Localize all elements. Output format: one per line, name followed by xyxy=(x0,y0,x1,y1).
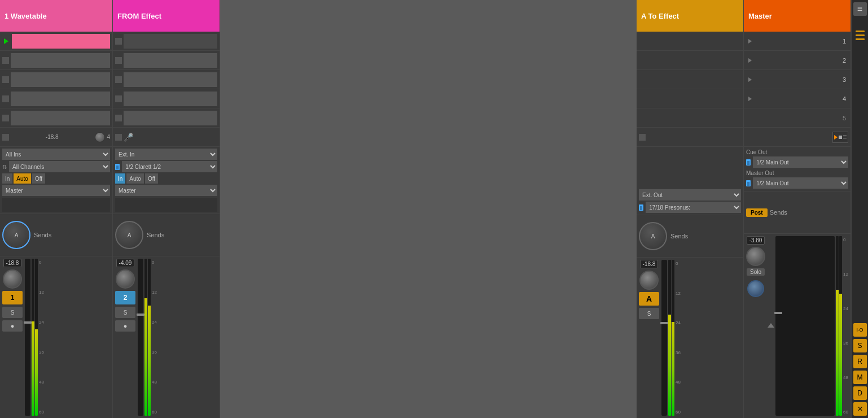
clip-slot-from-3[interactable] xyxy=(113,70,220,89)
solo-btn-master[interactable]: Solo xyxy=(747,268,765,276)
master-row-4[interactable]: 4 xyxy=(744,89,851,108)
play-arrow-master-2 xyxy=(746,56,754,64)
clip-slot-to-2[interactable] xyxy=(637,51,743,70)
clip-slot-to-3[interactable] xyxy=(637,70,743,89)
clip-empty-content-1 xyxy=(11,53,110,68)
track-num-btn-wavetable[interactable]: 1 xyxy=(2,291,23,304)
clip-slot-4[interactable] xyxy=(0,108,112,128)
ext-out-row: Ext. Out xyxy=(639,189,741,201)
clip-play-active[interactable] xyxy=(2,37,10,45)
clip-slot-2[interactable] xyxy=(0,70,112,89)
record-stop-btn[interactable] xyxy=(832,132,848,143)
output-select-wavetable[interactable]: Master xyxy=(2,185,110,196)
clip-slot-3[interactable] xyxy=(0,89,112,108)
fader-track-to[interactable] xyxy=(661,260,667,416)
fader-track-wavetable[interactable] xyxy=(25,259,30,416)
meter-fill-right-to xyxy=(672,322,674,416)
volume-knob-master[interactable] xyxy=(746,247,765,266)
meter-fill-left-to xyxy=(668,315,671,416)
master-row-3[interactable]: 3 xyxy=(744,70,851,89)
send-knob-to[interactable]: A xyxy=(639,222,667,250)
clip-slots-wavetable xyxy=(0,32,112,128)
sends-to-effect: A Sends xyxy=(637,215,743,258)
clip-slot-1[interactable] xyxy=(0,51,112,70)
routing-wavetable: All Ins ⇅ All Channels In Auto Off Maste… xyxy=(0,147,112,214)
fader-triangle-master xyxy=(768,323,774,328)
clip-from-3 xyxy=(115,76,122,83)
solo-btn-to[interactable]: S xyxy=(639,308,659,319)
clip-slot-from-4[interactable] xyxy=(113,89,220,108)
play-arrow-sm-1 xyxy=(748,39,752,43)
input-channel-select[interactable]: All Channels xyxy=(9,161,110,172)
monitor-in-btn[interactable]: In xyxy=(2,173,12,184)
monitor-in-btn-from[interactable]: In xyxy=(115,173,125,184)
play-arrow-sm-3 xyxy=(748,77,752,82)
out-channel-select[interactable]: 17/18 Presonus: xyxy=(646,202,741,213)
track-num-btn-from[interactable]: 2 xyxy=(115,291,135,304)
clip-slots-from-effect xyxy=(113,32,220,128)
solo-btn-wavetable[interactable]: S xyxy=(2,307,23,318)
clarett-select[interactable]: 1/2 Clarett 1/2 xyxy=(122,161,217,172)
menu-btn[interactable]: ≡ xyxy=(853,2,867,16)
x-btn[interactable]: ✕ xyxy=(853,402,867,416)
main-container: 1 Wavetable xyxy=(0,0,868,418)
d-btn[interactable]: D xyxy=(853,386,867,400)
clip-slot-from-5[interactable] xyxy=(113,108,220,128)
fader-wavetable: -18.8 1 S ● 0 xyxy=(0,256,112,418)
arm-btn-wavetable[interactable]: ● xyxy=(2,320,23,332)
fader-left-to: -18.8 A S xyxy=(639,260,659,416)
post-btn[interactable]: Post xyxy=(746,208,768,217)
volume-knob-from[interactable] xyxy=(116,269,135,289)
clip-slot-active[interactable] xyxy=(0,32,112,51)
track-num-label: 4 xyxy=(107,134,110,140)
cue-out-indicator: || xyxy=(746,159,751,166)
arm-btn-from[interactable]: ● xyxy=(115,320,135,332)
ext-out-select[interactable]: Ext. Out xyxy=(639,189,741,201)
meter-fill-right xyxy=(35,329,38,416)
clip-from-content-1 xyxy=(124,34,217,49)
send-knob-from[interactable]: A xyxy=(115,221,143,249)
input-type-select[interactable]: All Ins xyxy=(2,149,110,160)
clip-slot-to-1[interactable] xyxy=(637,32,743,51)
send-knob-wavetable[interactable]: A xyxy=(2,221,30,249)
clip-slot-to-5[interactable] xyxy=(637,108,743,128)
output-row-from: Master xyxy=(115,185,217,196)
fader-value-master: -3.80 xyxy=(747,236,765,245)
meter-fill-right-from xyxy=(148,306,151,416)
meter-scale-from: 0 12 24 36 48 60 xyxy=(152,259,157,416)
cue-out-select[interactable]: 1/2 Main Out xyxy=(753,156,848,168)
track-header-master: Master xyxy=(744,0,851,32)
monitor-auto-btn[interactable]: Auto xyxy=(14,173,31,184)
master-out-select[interactable]: 1/2 Main Out xyxy=(753,177,848,189)
pan-knob-wavetable[interactable] xyxy=(95,132,105,142)
master-row-1[interactable]: 1 xyxy=(744,32,851,51)
clip-content-pink[interactable] xyxy=(12,34,110,49)
m-btn[interactable]: M xyxy=(853,371,867,384)
headphone-knob[interactable] xyxy=(747,280,764,297)
io-btn[interactable]: I·O xyxy=(853,323,867,337)
monitor-off-btn[interactable]: Off xyxy=(32,173,45,184)
master-row-2[interactable]: 2 xyxy=(744,51,851,70)
track-header-from-effect: FROM Effect xyxy=(113,0,220,32)
s-btn[interactable]: S xyxy=(853,339,867,352)
fader-track-master[interactable] xyxy=(775,236,835,416)
r-btn[interactable]: R xyxy=(853,355,867,368)
solo-btn-from[interactable]: S xyxy=(115,307,135,318)
clip-from-content-5 xyxy=(124,111,217,125)
clip-slot-from-1[interactable] xyxy=(113,32,220,51)
clip-slot-to-4[interactable] xyxy=(637,89,743,108)
monitor-off-btn-from[interactable]: Off xyxy=(145,173,158,184)
master-row-5[interactable]: 5 xyxy=(744,108,851,128)
volume-knob-wavetable[interactable] xyxy=(3,269,22,289)
sends-master: Post Sends xyxy=(744,191,851,234)
routing-mid-empty xyxy=(639,162,741,175)
cue-master-section: Cue Out || 1/2 Main Out Master Out || 1/… xyxy=(744,147,851,191)
ext-in-select[interactable]: Ext. In xyxy=(115,149,217,160)
monitor-auto-btn-from[interactable]: Auto xyxy=(126,173,144,184)
clip-slot-from-2[interactable] xyxy=(113,51,220,70)
track-a-btn[interactable]: A xyxy=(639,292,659,306)
track-header-to-effect: A To Effect xyxy=(637,0,743,32)
fader-track-from[interactable] xyxy=(138,259,143,416)
output-select-from[interactable]: Master xyxy=(115,185,217,196)
volume-knob-to[interactable] xyxy=(639,271,659,290)
